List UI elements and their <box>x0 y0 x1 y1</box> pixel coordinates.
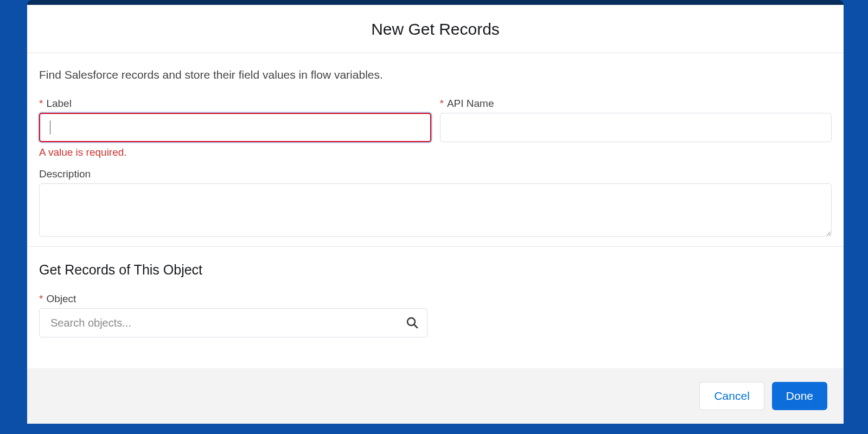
modal-footer: Cancel Done <box>27 368 844 424</box>
required-asterisk: * <box>39 293 43 305</box>
label-field-group: * Label A value is required. <box>39 98 431 158</box>
intro-text: Find Salesforce records and store their … <box>39 68 832 81</box>
done-button[interactable]: Done <box>772 382 827 410</box>
apiname-field-group: * API Name <box>440 98 832 158</box>
description-text: Description <box>39 168 91 180</box>
apiname-text: API Name <box>447 98 494 110</box>
object-field-label: * Object <box>39 293 832 305</box>
svg-line-1 <box>414 325 417 328</box>
object-text: Object <box>46 293 76 305</box>
label-text: Label <box>46 98 72 110</box>
modal-title: New Get Records <box>38 20 833 39</box>
label-apiname-row: * Label A value is required. * API Name <box>39 98 832 158</box>
modal-header: New Get Records <box>27 5 844 53</box>
modal-top-bar <box>27 0 844 5</box>
label-input[interactable] <box>39 113 431 142</box>
modal-dialog: New Get Records Find Salesforce records … <box>27 5 844 424</box>
label-error-message: A value is required. <box>39 146 431 158</box>
description-field-group: Description <box>39 168 832 239</box>
object-section-title: Get Records of This Object <box>39 262 832 278</box>
text-cursor <box>50 120 50 135</box>
search-icon <box>406 316 419 329</box>
apiname-input[interactable] <box>440 113 832 142</box>
object-search-input[interactable] <box>39 308 427 337</box>
cancel-button[interactable]: Cancel <box>699 382 764 410</box>
apiname-field-label: * API Name <box>440 98 832 110</box>
label-field-label: * Label <box>39 98 431 110</box>
object-search-wrapper <box>39 308 427 337</box>
required-asterisk: * <box>440 98 444 110</box>
section-divider <box>27 246 844 247</box>
description-input[interactable] <box>39 183 832 237</box>
required-asterisk: * <box>39 98 43 110</box>
description-field-label: Description <box>39 168 832 180</box>
modal-body: Find Salesforce records and store their … <box>27 53 844 368</box>
